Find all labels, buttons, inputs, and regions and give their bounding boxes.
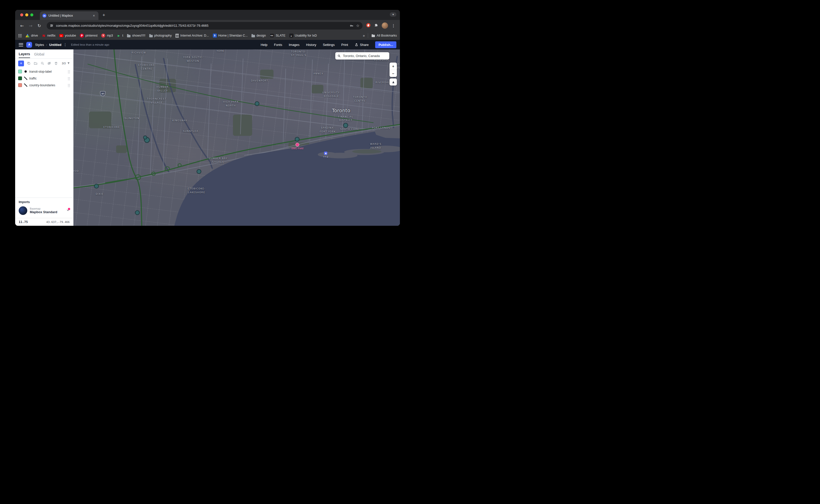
compass-button[interactable] — [390, 78, 397, 86]
layer-color-swatch — [18, 76, 22, 80]
map-area-label: ISLINGTON — [124, 116, 139, 120]
map-search-input[interactable] — [342, 54, 387, 58]
studio-nav-link[interactable]: Fonts — [274, 43, 282, 47]
style-options-icon[interactable]: ⋮ — [63, 43, 67, 47]
zoom-in-button[interactable]: + — [390, 63, 397, 70]
poi-marker: BMO Field — [291, 143, 303, 150]
poi-icon — [295, 143, 299, 147]
minimize-window-button[interactable] — [25, 13, 28, 16]
layer-toolbar: + 3/3 — [15, 59, 73, 68]
bookmark-label: photography — [154, 34, 172, 37]
bookmark-item[interactable]: drive — [25, 34, 38, 38]
delete-layer-icon[interactable] — [54, 61, 58, 65]
menu-hamburger-icon[interactable] — [19, 43, 23, 46]
bookmark-item[interactable]: shows!!!!! — [127, 34, 145, 37]
bookmark-star-icon[interactable]: ☆ — [356, 23, 360, 28]
studio-nav-link[interactable]: History — [306, 43, 316, 47]
add-layer-button[interactable]: + — [18, 61, 24, 66]
map-area-label: KINGSWAY — [172, 119, 187, 123]
mapbox-studio-logo-icon[interactable] — [26, 42, 32, 48]
tab-global[interactable]: Global — [34, 50, 44, 58]
poi-icon — [324, 152, 328, 155]
breadcrumb-style-name[interactable]: Untitled — [49, 43, 61, 47]
import-expand-chevron-icon[interactable] — [66, 208, 70, 213]
bookmark-item[interactable]: t — [117, 34, 123, 38]
studio-nav-link[interactable]: Print — [341, 43, 348, 47]
studio-nav-link[interactable]: Images — [289, 43, 300, 47]
site-info-icon[interactable] — [50, 24, 53, 27]
share-button[interactable]: Share — [355, 43, 369, 47]
studio-nav-link[interactable]: Settings — [323, 43, 335, 47]
bookmark-favicon-icon — [175, 34, 179, 38]
tab-close-icon[interactable]: × — [92, 13, 96, 18]
maximize-window-button[interactable] — [30, 13, 33, 16]
bookmarks-bar: drive netflix youtube pinterest mp3 t sh… — [15, 31, 400, 40]
breadcrumb-styles[interactable]: Styles — [35, 43, 44, 47]
bookmarks-overflow-icon[interactable]: » — [363, 34, 365, 38]
filter-funnel-icon[interactable] — [67, 62, 70, 65]
locate-layer-icon[interactable] — [40, 61, 44, 65]
map-area-label: HUMBER VALLEY — [156, 86, 169, 93]
drag-handle-icon[interactable] — [68, 70, 70, 73]
adblock-icon[interactable] — [366, 23, 371, 29]
apps-grid-icon[interactable] — [18, 34, 22, 37]
close-window-button[interactable] — [20, 13, 23, 16]
tab-layers[interactable]: Layers — [19, 50, 30, 58]
back-button[interactable]: ← — [18, 22, 26, 29]
layers-panel: Layers Global + — [15, 49, 73, 226]
bookmark-item[interactable]: design — [252, 34, 266, 37]
profile-avatar[interactable] — [382, 22, 388, 29]
bookmark-favicon-icon — [270, 33, 274, 38]
bookmark-label: drive — [31, 34, 38, 37]
bookmark-item[interactable]: pinterest — [80, 34, 97, 38]
tab-title: Untitled | Mapbox — [48, 14, 90, 17]
drag-handle-icon[interactable] — [68, 77, 70, 80]
folder-icon — [371, 34, 375, 38]
url-text[interactable]: console.mapbox.com/studio/styles/monatgn… — [56, 24, 347, 27]
transit-stop-dot — [135, 210, 139, 215]
bookmark-item[interactable]: mp3 — [101, 34, 113, 38]
bookmark-item[interactable]: Home | Sheridan C... — [213, 34, 248, 38]
extensions-area: ⋮ — [366, 22, 397, 29]
bookmark-item[interactable]: Usability for IxD — [289, 34, 317, 38]
panel-spacer — [15, 89, 73, 198]
reload-button[interactable]: ↻ — [36, 22, 43, 29]
poi-marker: YTZ — [323, 152, 329, 158]
bookmark-item[interactable]: youtube — [59, 34, 76, 37]
studio-nav: HelpFontsImagesHistorySettingsPrint Shar… — [261, 41, 396, 48]
address-bar[interactable]: console.mapbox.com/studio/styles/monatgn… — [47, 22, 363, 30]
imports-section: Imports Basemap Mapbox Standard — [15, 198, 73, 218]
bookmark-label: Home | Sheridan C... — [219, 34, 248, 37]
new-tab-button[interactable]: + — [101, 12, 107, 18]
poi-label: BMO Field — [291, 147, 303, 150]
zoom-out-button[interactable]: − — [390, 70, 397, 77]
bookmark-item[interactable]: photography — [149, 34, 172, 37]
hide-layer-icon[interactable] — [47, 61, 51, 65]
share-label: Share — [360, 43, 369, 47]
layer-row[interactable]: country-boundaries — [15, 82, 73, 89]
bookmark-item[interactable]: netflix — [42, 34, 55, 38]
browser-tab[interactable]: m Untitled | Mapbox × — [40, 11, 98, 20]
map-search-box[interactable] — [335, 52, 389, 60]
map-area-label: DIXIE — [96, 192, 103, 196]
transit-stop-dot — [94, 184, 99, 188]
extensions-puzzle-icon[interactable] — [374, 23, 378, 28]
tab-search-button[interactable]: ▾ — [390, 12, 396, 17]
drag-handle-icon[interactable] — [68, 83, 70, 87]
layer-row[interactable]: transit-stop-label — [15, 68, 73, 75]
layer-row[interactable]: traffic — [15, 75, 73, 82]
bookmark-item[interactable]: Internet Archive: D... — [175, 34, 209, 38]
studio-nav-link[interactable]: Help — [261, 43, 267, 47]
publish-button[interactable]: Publish... — [375, 41, 396, 48]
map-canvas[interactable]: RICHVIEWYORKTORONTO- ST. PAUL'SYORK SOUT… — [73, 49, 400, 226]
panel-status-bar: 11.75 43.637,-79.466 — [15, 218, 73, 226]
password-key-icon[interactable] — [350, 24, 354, 28]
basemap-import-row[interactable]: Basemap Mapbox Standard — [19, 206, 70, 215]
bookmark-item[interactable]: SLATE — [270, 33, 286, 38]
forward-button[interactable]: → — [27, 22, 34, 29]
all-bookmarks-button[interactable]: All Bookmarks — [371, 34, 397, 38]
browser-menu-icon[interactable]: ⋮ — [392, 23, 395, 28]
group-folder-icon[interactable] — [34, 61, 38, 65]
bookmarks-right: » All Bookmarks — [363, 33, 397, 38]
duplicate-layer-icon[interactable] — [27, 61, 31, 65]
